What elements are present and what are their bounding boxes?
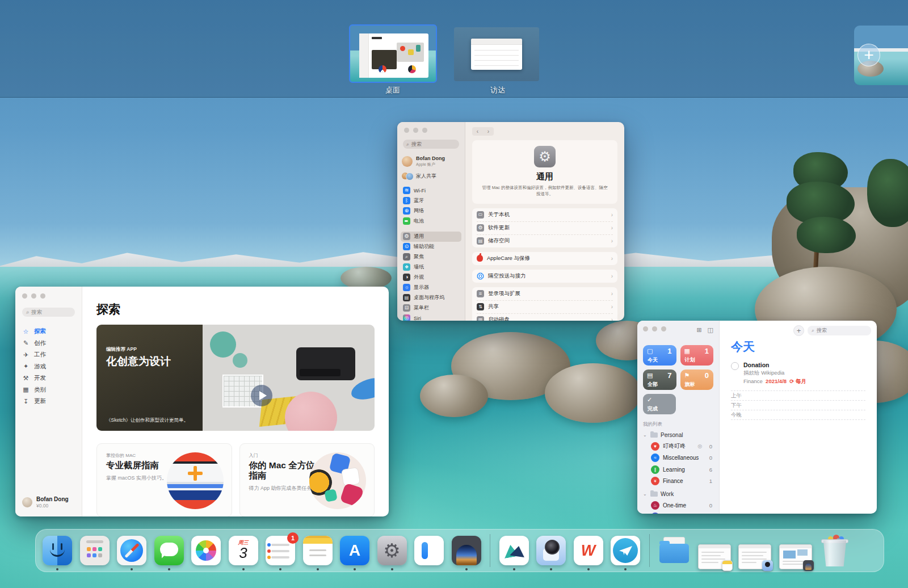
sidebar-item-appearance[interactable]: 外观 <box>401 272 461 283</box>
settings-apple-account[interactable]: Bofan Dong Apple 账户 <box>402 156 460 167</box>
dock-documents-folder[interactable] <box>658 536 690 565</box>
dock-app-photos[interactable] <box>191 536 221 565</box>
sidebar-item-develop[interactable]: 开发 <box>22 372 75 384</box>
sidebar-item-categories[interactable]: 类别 <box>22 384 75 396</box>
sidebar-item-bluetooth[interactable]: 蓝牙 <box>401 196 461 206</box>
dock-icon <box>403 294 410 301</box>
dock-app-finder[interactable] <box>43 536 72 565</box>
dock-app-sunrise-arch[interactable] <box>452 536 481 565</box>
close-button[interactable] <box>22 293 27 299</box>
minimize-button[interactable] <box>652 326 657 331</box>
dock-app-system-settings[interactable]: ⚙ <box>377 536 407 565</box>
dock-app-banner[interactable] <box>414 536 444 565</box>
dock-trash[interactable] <box>819 535 850 566</box>
smart-list-flagged[interactable]: ⚑ 0 旗标 <box>680 369 714 390</box>
dock-app-telegram[interactable] <box>611 536 640 565</box>
app-store-search-field[interactable]: ⌕ 搜索 <box>22 308 75 317</box>
add-space-icon[interactable]: + <box>857 44 880 66</box>
list-item-miscellaneous[interactable]: ≈ Miscellaneous 0 <box>643 452 713 464</box>
settings-row-applecare[interactable]: AppleCare 与保修› <box>477 252 613 265</box>
zoom-button[interactable] <box>422 128 427 133</box>
list-folder-work[interactable]: ⌄ Work <box>643 488 713 499</box>
dock-app-calendar[interactable]: 周三 3 <box>229 536 258 565</box>
space-thumbnail-finder[interactable] <box>454 27 539 81</box>
settings-row-software-update[interactable]: 软件更新› <box>477 221 613 234</box>
dock-app-app-store[interactable]: A <box>340 536 369 565</box>
dock-app-cleanshot[interactable] <box>536 536 566 565</box>
sidebar-item-general[interactable]: 通用 <box>401 232 461 242</box>
settings-row-login-items[interactable]: 登录项与扩展› <box>477 287 613 300</box>
fish-icon: ≈ <box>651 453 659 462</box>
sidebar-item-wifi[interactable]: Wi-Fi <box>401 186 461 196</box>
section-morning[interactable]: 上午 <box>731 391 865 401</box>
smart-list-scheduled[interactable]: ▦ 1 计划 <box>680 345 714 366</box>
minimized-window-cleanshot[interactable] <box>738 544 771 569</box>
back-button[interactable]: ‹ <box>477 128 478 135</box>
list-item-one-time[interactable]: ♨ One-time 0 <box>643 499 713 511</box>
list-item-learning[interactable]: ∥ Learning 6 <box>643 464 713 476</box>
list-item-finance[interactable]: ¥ Finance 1 <box>643 476 713 488</box>
minimized-window-notes[interactable] <box>698 544 731 569</box>
settings-row-sharing[interactable]: 共享› <box>477 300 613 313</box>
close-button[interactable] <box>643 326 648 331</box>
dock-app-reminders[interactable]: 1 <box>266 536 295 565</box>
sidebar-item-accessibility[interactable]: 辅助功能 <box>401 242 461 252</box>
featured-story-card[interactable]: 编辑推荐 APP 化创意为设计 《Sketch》让创作和原型设计更简单。 <box>96 325 375 431</box>
story-card-screenshot-guide[interactable]: 掌控你的 MAC 专业截屏指南 掌握 macOS 实用小技巧。 <box>96 443 232 516</box>
forward-button[interactable]: › <box>487 128 489 135</box>
sidebar-item-discover[interactable]: 探索 <box>22 326 75 338</box>
dock-app-notes[interactable] <box>303 536 333 565</box>
dock-app-wps-office[interactable]: W <box>574 536 603 565</box>
zoom-button[interactable] <box>661 326 666 331</box>
settings-row-storage[interactable]: 储存空间› <box>477 234 613 247</box>
settings-row-startup-disk[interactable]: 启动磁盘› <box>477 313 613 321</box>
new-list-icon[interactable]: ⊞ <box>696 326 701 334</box>
sidebar-item-network[interactable]: 网络 <box>401 206 461 216</box>
sidebar-item-create[interactable]: 创作 <box>22 338 75 350</box>
section-tonight[interactable]: 今晚 <box>731 410 865 420</box>
settings-family-sharing[interactable]: 家人共享 <box>402 173 460 180</box>
story-card-mac-guide[interactable]: 入门 你的 Mac 全方位指南 得力 App 助你完成各类任务。 <box>239 443 375 516</box>
app-store-account[interactable]: Bofan Dong ¥0.00 <box>22 496 69 509</box>
settings-row-about[interactable]: 关于本机› <box>477 208 613 221</box>
sidebar-item-work[interactable]: 工作 <box>22 349 75 361</box>
close-button[interactable] <box>404 128 409 133</box>
add-reminder-button[interactable]: + <box>793 325 804 336</box>
minimized-window-browser[interactable] <box>779 544 812 569</box>
sidebar-item-wallpaper[interactable]: 墙纸 <box>401 262 461 272</box>
task-checkbox[interactable] <box>731 362 739 370</box>
sidebar-item-displays[interactable]: 显示器 <box>401 283 461 293</box>
smart-list-completed[interactable]: ✓ 完成 <box>643 394 676 414</box>
list-item-dingdong[interactable]: ♥ 叮咚叮咚 ◎ 0 <box>643 440 713 452</box>
minimize-button[interactable] <box>413 128 418 133</box>
sidebar-item-siri[interactable]: Siri <box>401 313 461 321</box>
add-space-tile[interactable]: + <box>854 26 908 85</box>
games-icon <box>22 363 30 370</box>
settings-row-airdrop[interactable]: 隔空投送与接力› <box>477 270 613 283</box>
minimize-button[interactable] <box>31 293 36 299</box>
reminders-search-field[interactable]: ⌕ 搜索 <box>808 326 871 335</box>
settings-search-field[interactable]: ⌕ 搜索 <box>403 140 459 149</box>
dock-app-launchpad[interactable] <box>80 536 110 565</box>
smart-list-all[interactable]: ▤ 7 全部 <box>643 369 676 390</box>
sidebar-item-battery[interactable]: 电池 <box>401 216 461 226</box>
list-folder-personal[interactable]: ⌄ Personal <box>643 429 713 440</box>
sidebar-item-spotlight[interactable]: 聚焦 <box>401 252 461 262</box>
zoom-button[interactable] <box>40 293 45 299</box>
dock-app-messages[interactable] <box>154 536 184 565</box>
smart-list-today[interactable]: ▢ 1 今天 <box>643 345 676 366</box>
sidebar-item-games[interactable]: 游戏 <box>22 361 75 373</box>
hero-caption: 《Sketch》让创作和原型设计更简单。 <box>106 417 191 424</box>
sidebar-toggle-icon[interactable]: ◫ <box>708 326 713 334</box>
dock-app-marginnote[interactable] <box>499 536 529 565</box>
section-afternoon[interactable]: 下午 <box>731 401 865 410</box>
sidebar-item-desktop-dock[interactable]: 桌面与程序坞 <box>401 293 461 303</box>
page-title: 探索 <box>96 301 375 317</box>
list-item-routine[interactable]: ▲ Routine 0 <box>643 511 713 514</box>
sidebar-item-menubar[interactable]: 菜单栏 <box>401 303 461 313</box>
space-thumbnail-desktop[interactable] <box>349 24 437 83</box>
play-button[interactable] <box>251 385 272 406</box>
reminder-task[interactable]: Donation 捐款给 Wikipedia Finance 2021/4/8 … <box>731 362 865 385</box>
sidebar-item-updates[interactable]: 更新 <box>22 396 75 408</box>
dock-app-safari[interactable] <box>117 536 146 565</box>
